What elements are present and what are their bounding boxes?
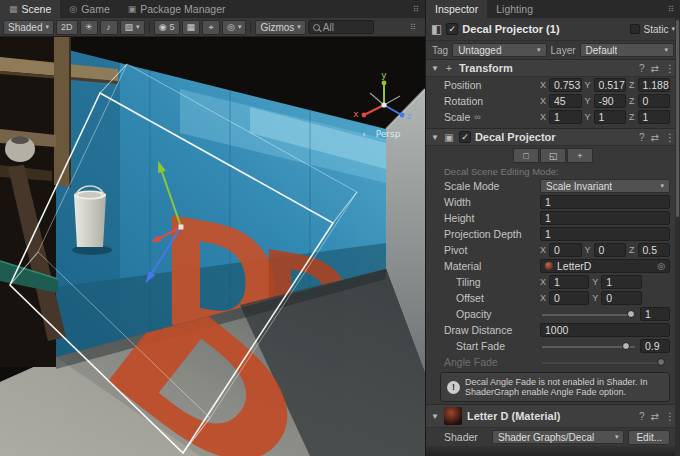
active-checkbox[interactable]: ✓ [446, 23, 458, 35]
layer-label: Layer [551, 45, 576, 56]
audio-toggle[interactable]: ♪ [100, 20, 118, 35]
scene-pane-menu-icon[interactable]: ⠿ [407, 0, 425, 18]
transform-header[interactable]: ▼ + Transform ? ⇄ ⋮ [426, 59, 680, 77]
height-label: Height [444, 212, 540, 224]
position-z-field[interactable]: 1.188 [638, 78, 670, 92]
kebab-icon[interactable]: ⋮ [665, 63, 675, 74]
pivot-z-field[interactable]: 0.5 [638, 243, 670, 257]
scrollbar-thumb[interactable] [676, 20, 679, 217]
angle-fade-label: Angle Fade [444, 356, 540, 368]
preset-icon[interactable]: ⇄ [651, 132, 659, 143]
decal-projector-icon: ▣ [443, 132, 455, 143]
rotation-z-field[interactable]: 0 [638, 94, 670, 108]
chevron-down-icon: ▾ [45, 23, 49, 31]
scene-search-field[interactable]: All [308, 20, 374, 34]
static-label[interactable]: Static [643, 24, 668, 35]
shader-edit-button[interactable]: Edit... [628, 430, 670, 445]
draw-distance-field[interactable]: 1000 [540, 323, 670, 337]
transform-title: Transform [459, 62, 513, 74]
help-icon[interactable]: ? [639, 63, 645, 74]
tab-game[interactable]: ◎ Game [60, 0, 118, 18]
shading-mode-dropdown[interactable]: Shaded ▾ [3, 20, 54, 35]
chevron-down-icon: ▾ [533, 46, 541, 54]
2d-toggle[interactable]: 2D [56, 20, 78, 35]
scene-lighting-toggle[interactable]: ☀ [80, 20, 98, 35]
scale-mode-dropdown[interactable]: Scale Invariant ▾ [540, 179, 670, 193]
start-fade-slider[interactable] [542, 339, 635, 353]
start-fade-label: Start Fade [456, 340, 540, 352]
tab-lighting[interactable]: Lighting [487, 0, 542, 18]
rotation-y-field[interactable]: -90 [594, 94, 626, 108]
position-x-field[interactable]: 0.753 [549, 78, 581, 92]
offset-y-field[interactable]: 0 [601, 291, 641, 305]
scene-viewport[interactable]: D D D [0, 37, 425, 456]
help-icon[interactable]: ? [639, 411, 645, 422]
layer-dropdown[interactable]: Default ▾ [580, 43, 674, 57]
tag-dropdown[interactable]: Untagged ▾ [452, 43, 546, 57]
opacity-row: Opacity 1 [426, 306, 680, 322]
scale-mode-label: Scale Mode [444, 180, 540, 192]
projection-depth-field[interactable]: 1 [540, 227, 670, 241]
preset-icon[interactable]: ⇄ [651, 411, 659, 422]
scale-y-field[interactable]: 1 [594, 110, 626, 124]
position-y-field[interactable]: 0.517 [594, 78, 626, 92]
camera-settings-dropdown[interactable]: ◎ ▾ [222, 20, 246, 35]
scale-z-field[interactable]: 1 [638, 110, 670, 124]
pivot-x-field[interactable]: 0 [549, 243, 581, 257]
editing-mode-label: Decal Scene Editing Mode: [426, 165, 680, 178]
effects-dropdown[interactable]: ▧ ▾ [120, 20, 145, 35]
height-row: Height 1 [426, 210, 680, 226]
snap-toggle[interactable]: ⌖ [202, 20, 220, 35]
angle-fade-warning: ! Decal Angle Fade is not enabled in Sha… [440, 372, 670, 402]
pivot-y-field[interactable]: 0 [594, 243, 626, 257]
tab-package-manager[interactable]: ▣ Package Manager [119, 0, 235, 18]
projection-label[interactable]: Persp [376, 129, 401, 139]
help-icon[interactable]: ? [639, 132, 645, 143]
width-field[interactable]: 1 [540, 195, 670, 209]
inspector-pane-menu-icon[interactable]: ⠿ [662, 0, 680, 18]
component-enabled-checkbox[interactable]: ✓ [459, 131, 471, 143]
static-checkbox[interactable] [630, 24, 640, 34]
foldout-icon[interactable]: ▼ [431, 133, 439, 142]
opacity-slider[interactable] [542, 307, 635, 321]
opacity-field[interactable]: 1 [640, 307, 670, 321]
material-object-field[interactable]: LetterD ◎ [540, 259, 670, 273]
link-scale-icon[interactable]: ∞ [474, 112, 480, 122]
foldout-icon[interactable]: ▼ [431, 64, 439, 73]
edit-uv-button[interactable]: + [567, 148, 593, 163]
edit-bounds-button[interactable]: □ [513, 148, 539, 163]
tab-inspector[interactable]: Inspector [426, 0, 487, 18]
start-fade-field[interactable]: 0.9 [640, 339, 670, 353]
object-picker-icon[interactable]: ◎ [657, 261, 665, 271]
edit-pivot-button[interactable]: ◱ [540, 148, 566, 163]
width-label: Width [444, 196, 540, 208]
material-section-header[interactable]: ▼ Letter D (Material) ? ⇄ ⋮ [426, 404, 680, 428]
offset-x-field[interactable]: 0 [549, 291, 589, 305]
scene-visibility-toggle[interactable]: ◉ 5 [154, 20, 180, 35]
shader-row: Shader Shader Graphs/Decal ▾ Edit... [426, 428, 680, 446]
scale-x-field[interactable]: 1 [549, 110, 581, 124]
rotation-x-field[interactable]: 45 [549, 94, 581, 108]
tiling-y-field[interactable]: 1 [601, 275, 641, 289]
shader-dropdown[interactable]: Shader Graphs/Decal ▾ [492, 430, 624, 444]
height-field[interactable]: 1 [540, 211, 670, 225]
inspector-scrollbar[interactable] [675, 18, 680, 456]
foldout-icon[interactable]: ▼ [431, 412, 439, 421]
camera-icon: ◎ [227, 22, 235, 32]
decal-projector-header[interactable]: ▼ ▣ ✓ Decal Projector ? ⇄ ⋮ [426, 128, 680, 146]
warning-text: Decal Angle Fade is not enabled in Shade… [465, 377, 663, 398]
kebab-icon[interactable]: ⋮ [665, 132, 675, 143]
preset-icon[interactable]: ⇄ [651, 63, 659, 74]
kebab-icon[interactable]: ⋮ [665, 411, 675, 422]
gizmos-dropdown[interactable]: Gizmos ▾ [255, 20, 305, 35]
tab-scene[interactable]: ▦ Scene [0, 0, 60, 18]
gameobject-header: ◧ ✓ Decal Projector (1) Static ▾ [426, 18, 680, 41]
draw-distance-label: Draw Distance [444, 324, 540, 336]
toolbar-menu-icon[interactable]: ⠿ [404, 23, 422, 32]
material-preview-area [426, 446, 680, 456]
material-icon [545, 262, 553, 270]
tiling-x-field[interactable]: 1 [549, 275, 589, 289]
scene-pane: ▦ Scene ◎ Game ▣ Package Manager ⠿ Shade… [0, 0, 425, 456]
grid-toggle[interactable]: ▦ [182, 20, 201, 35]
inspector-tabstrip: Inspector Lighting ⠿ [426, 0, 680, 18]
